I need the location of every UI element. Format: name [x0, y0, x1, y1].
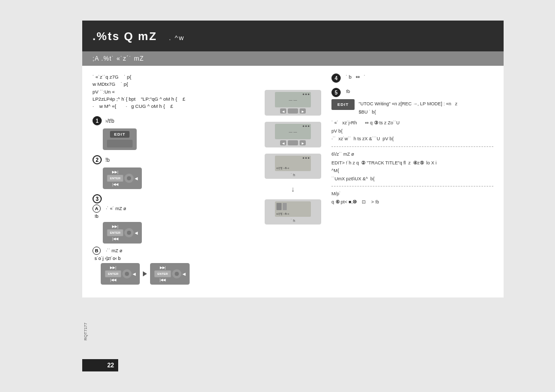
step2-device-box: ▶▶| ENTER |◀◀ ◀: [103, 167, 142, 189]
mid-screen-2: — —: [275, 124, 311, 139]
step1-section: 1 ›/t!b EDIT: [92, 116, 254, 150]
divider2: [331, 186, 493, 186]
step5-section: 5 !b EDIT "UTOC Writing" «n z[REC →, LP …: [331, 88, 493, 206]
step3b-controls1: ▶▶| ENTER |◀◀ ◀: [105, 266, 136, 282]
main-content: .%ts Q mZ . ^w ;A .%t˙ «˙z´˙ mZ ˙ «˙z˙˙q…: [82, 21, 504, 297]
intro-text: ˙ «˙z˙˙q z7G ˙ p{ w MDtx7G ˙ p{ pV ˙˙:Un…: [92, 73, 254, 110]
screen4-label: ˙ h: [291, 219, 295, 222]
step3a-controls: ▶▶| ENTER |◀◀ ◀: [107, 225, 138, 241]
page-title: .%ts Q mZ: [92, 30, 157, 43]
step3b-label: B: [92, 247, 101, 255]
step5-description: "UTOC Writing" «n z[REC →, LP MODE] : «n…: [359, 99, 457, 117]
mid-screen-3: c/ƒ§˙–ﬁ–ı: [275, 156, 311, 171]
screen4-squares: [276, 203, 287, 210]
step2-controls: ▶▶| ENTER |◀◀ ◀: [107, 170, 138, 186]
model-number: RQT7177: [83, 323, 88, 341]
section2-text1: EDIT> !˙h z q ② "TRACK TITLE"q fl z ④z⑤ …: [331, 160, 493, 166]
step4-section: 4 ˙ b ⇔ ˙: [331, 73, 493, 83]
step1-device: EDIT: [103, 128, 254, 150]
arrow-down-icon: ↓: [291, 185, 295, 193]
enter-btn-2[interactable]: ENTER: [107, 175, 123, 182]
step5-edit-button[interactable]: EDIT: [331, 99, 355, 110]
step4-label: ˙ b ⇔ ˙: [346, 73, 365, 80]
section3-title: M/p˙: [331, 191, 493, 197]
intro-line2: w MDtx7G ˙ p{: [92, 81, 254, 88]
step5-note3: ·˙˙ xz˙w˙˙ h ts zX &˙˙˙U pV b{: [331, 136, 493, 142]
section2-text3: ˙˙UmX pz6\UX &^ b{: [331, 176, 493, 182]
step3b-device2: ▶▶| ENTER |◀◀ ◀: [150, 263, 189, 285]
step1-edit-button[interactable]: EDIT: [110, 131, 130, 138]
step1-label: ›/t!b: [105, 118, 114, 124]
step5-desc1: "UTOC Writing" «n z[REC →, LP MODE] : «n…: [359, 101, 457, 107]
step5-header: 5 !b: [331, 88, 493, 97]
mid-screen-4: c/ƒ§˙–ﬁ–ı: [275, 201, 311, 217]
step3b: B ·˙˙ mZ ø s˙o˙j ‹|z!˙o‹ b ▶▶| ENTER: [92, 247, 254, 285]
step2-device: ▶▶| ENTER |◀◀ ◀: [103, 167, 254, 189]
step5-desc2: $BU ˙ b{: [359, 109, 457, 116]
page-background: .%ts Q mZ . ^w ;A .%t˙ «˙z´˙ mZ ˙ «˙z˙˙q…: [0, 0, 555, 392]
dots-3: [303, 157, 309, 159]
step5-label: !b: [346, 88, 350, 95]
step2-label: !b: [105, 157, 109, 163]
page-number-bar: 22: [82, 359, 118, 371]
step3a-label: A: [92, 204, 101, 213]
step1-number: 1: [92, 116, 102, 125]
title-suffix: . ^w: [169, 34, 185, 42]
step5-note1: ˙ «˙ xz˙j‹Rh ⇔ q ③ ts z Zo˙˙U: [331, 120, 493, 126]
left-column: ˙ «˙z˙˙q z7G ˙ p{ w MDtx7G ˙ p{ pV ˙˙:Un…: [92, 73, 254, 290]
intro-line1: ˙ «˙z˙˙q z7G ˙ p{: [92, 73, 254, 81]
screen2-text: — —: [289, 130, 297, 134]
step3b-device1: ▶▶| ENTER |◀◀ ◀: [101, 263, 140, 285]
screen3-text: c/ƒ§˙–ﬁ–ı: [276, 166, 289, 170]
enter-btn-3a[interactable]: ENTER: [107, 229, 123, 236]
step3b-devices: ▶▶| ENTER |◀◀ ◀: [101, 263, 254, 285]
step3a-text: ·˙ «˙ mZ ø: [106, 206, 126, 211]
intro-line3: pV ˙˙:Un «: [92, 88, 254, 96]
step5-note2: pV b{: [331, 128, 493, 135]
screen4-text: c/ƒ§˙–ﬁ–ı: [276, 212, 289, 215]
mid-screen-1: — —: [275, 92, 311, 107]
step3a: A ·˙ «˙ mZ ø !b ▶▶| ENTER |◀◀: [92, 204, 254, 244]
step3a-device: ▶▶| ENTER |◀◀ ◀: [103, 222, 254, 244]
step1-device-box: EDIT: [103, 128, 137, 150]
page-number: 22: [107, 362, 114, 369]
step3-section: 3 A ·˙ «˙ mZ ø !b: [92, 194, 254, 285]
enter-btn-3b2[interactable]: ENTER: [154, 270, 171, 277]
mid-controls-1: ◀ ▶: [280, 108, 306, 114]
step3b-text: ·˙˙ mZ ø: [106, 248, 122, 253]
step3-number: 3: [92, 194, 102, 203]
dots-2: [303, 125, 309, 127]
step3b-sub: s˙o˙j ‹|z!˙o‹ b: [95, 256, 254, 261]
arrow-right-icon: [143, 271, 147, 276]
subtitle-bar: ;A .%t˙ «˙z´˙ mZ: [82, 51, 504, 66]
step3b-controls2: ▶▶| ENTER |◀◀ ◀: [154, 266, 185, 282]
screen1-text: — —: [289, 98, 297, 102]
mid-device-3: c/ƒ§˙–ﬁ–ı ˙ h: [265, 154, 321, 179]
step2-section: 2 !b ▶▶| ENTER |◀◀: [92, 155, 254, 189]
right-column: 4 ˙ b ⇔ ˙ 5 !b EDIT "UTOC Writing" «n z[…: [331, 73, 493, 290]
step4-number: 4: [331, 73, 341, 83]
step5-content: EDIT "UTOC Writing" «n z[REC →, LP MODE]…: [331, 99, 493, 117]
step3a-sub: !b: [95, 214, 254, 219]
section2-title: 6\/z˙˙ mZ ø: [331, 151, 493, 158]
screen3-label: ˙ h: [291, 173, 295, 177]
step2-number: 2: [92, 155, 102, 164]
step4-header: 4 ˙ b ⇔ ˙: [331, 73, 493, 83]
enter-btn-3b1[interactable]: ENTER: [105, 270, 121, 277]
middle-column: — — ◀ ▶ — —: [260, 73, 326, 290]
divider1: [331, 146, 493, 147]
dots-1: [303, 94, 309, 95]
subtitle-text: ;A .%t˙ «˙z´˙ mZ: [92, 55, 144, 62]
mid-device-1: — — ◀ ▶: [265, 90, 321, 116]
section2-text2: ^M{: [331, 167, 493, 174]
content-area: ˙ «˙z˙˙q z7G ˙ p{ w MDtx7G ˙ p{ pV ˙˙:Un…: [82, 66, 504, 297]
mid-device-4: c/ƒ§˙–ﬁ–ı ˙ h: [265, 199, 321, 225]
section3-text: q ⑥ pt< ■,⑩ ⊡ > !b: [331, 199, 493, 206]
mid-controls-2: ◀ ▶: [280, 140, 306, 145]
step5-number: 5: [331, 88, 341, 97]
intro-line4: LP2zLP4p ;^ h˙{ bpt "LP:"qG ^ oM h { £: [92, 96, 254, 103]
mid-device-2: — — ◀ ▶: [265, 122, 321, 147]
step3a-device-box: ▶▶| ENTER |◀◀ ◀: [103, 222, 142, 244]
title-bar: .%ts Q mZ . ^w: [82, 21, 504, 51]
intro-line5: · w M^ «{ · g CUG ^ oM h { £: [92, 103, 254, 110]
